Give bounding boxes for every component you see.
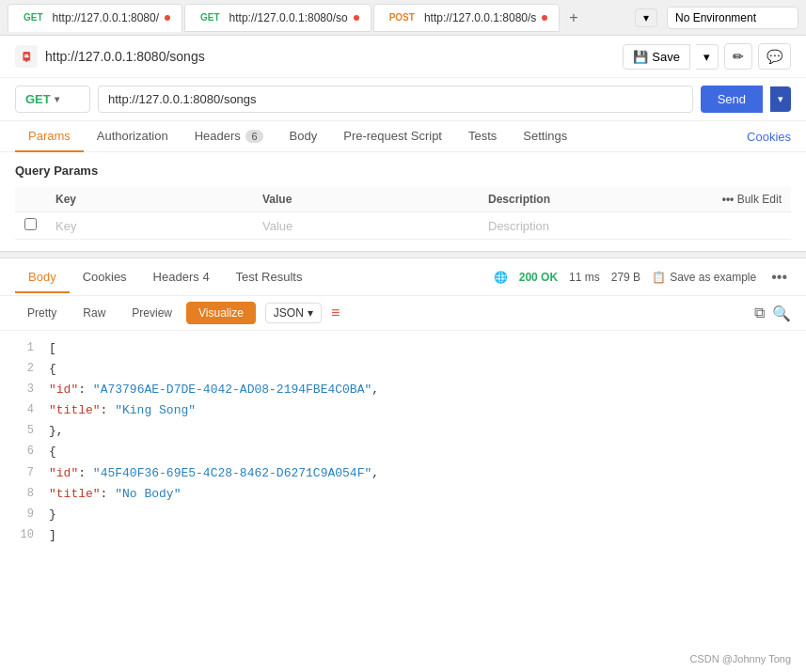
query-params-section: Query Params Key Value Description ••• B…	[0, 152, 806, 251]
copy-button[interactable]: ⧉	[754, 305, 765, 322]
response-status-bar: 🌐 200 OK 11 ms 279 B 📋 Save as example •…	[494, 269, 791, 286]
response-tab-cookies[interactable]: Cookies	[70, 262, 140, 293]
tab-body[interactable]: Body	[277, 121, 331, 152]
line-content: {	[49, 359, 791, 380]
key-placeholder: Key	[55, 219, 76, 233]
tabs-dropdown-button[interactable]: ▾	[635, 8, 657, 27]
url-input[interactable]	[98, 86, 693, 113]
response-size: 279 B	[611, 271, 640, 284]
line-content: ]	[49, 525, 791, 546]
tab-tests[interactable]: Tests	[455, 121, 510, 152]
edit-button[interactable]: ✏	[724, 43, 752, 70]
line-content: "title": "No Body"	[49, 484, 791, 505]
tab3-dot	[542, 15, 547, 21]
code-line: 9 }	[15, 505, 791, 525]
line-number: 10	[15, 525, 34, 546]
tab2-dot	[354, 15, 359, 21]
more-options-button[interactable]: •••	[767, 269, 791, 286]
response-time: 11 ms	[569, 271, 600, 284]
request-title-text: http://127.0.0.1:8080/songs	[45, 49, 205, 64]
tab1-method: GET	[20, 11, 47, 23]
view-tab-visualize[interactable]: Visualize	[186, 302, 256, 324]
send-button[interactable]: Send	[701, 86, 763, 113]
new-tab-button[interactable]: +	[561, 9, 585, 26]
line-number: 8	[15, 484, 34, 505]
response-tab-test-results[interactable]: Test Results	[223, 262, 316, 293]
query-params-title: Query Params	[15, 164, 791, 178]
desc-col-header: Description	[479, 187, 638, 212]
search-button[interactable]: 🔍	[772, 305, 791, 322]
tab-headers[interactable]: Headers 6	[182, 121, 277, 152]
checkbox-col-header	[15, 187, 46, 212]
response-tab-body[interactable]: Body	[15, 262, 70, 293]
desc-placeholder: Description	[488, 219, 549, 233]
request-icon: 📮	[15, 45, 38, 68]
line-content: }	[49, 505, 791, 525]
param-checkbox[interactable]	[24, 218, 37, 230]
url-actions: 💾 Save ▾ ✏ 💬	[623, 43, 791, 70]
save-button[interactable]: 💾 Save	[623, 44, 690, 70]
url-bar: 📮 http://127.0.0.1:8080/songs 💾 Save ▾ ✏…	[0, 36, 806, 78]
line-number: 4	[15, 400, 34, 421]
tab-pre-request-script[interactable]: Pre-request Script	[330, 121, 455, 152]
cookies-link[interactable]: Cookies	[747, 130, 791, 144]
response-header: Body Cookies Headers 4 Test Results 🌐 20…	[0, 258, 806, 296]
line-content: "title": "King Song"	[49, 400, 791, 421]
request-tabs: Params Authorization Headers 6 Body Pre-…	[0, 121, 806, 152]
response-tab-headers[interactable]: Headers 4	[140, 262, 223, 293]
tab3-method: POST	[386, 11, 419, 23]
bulk-edit-col-header: ••• Bulk Edit	[638, 187, 791, 212]
tab1-dot	[165, 15, 170, 21]
method-chevron-icon: ▾	[55, 94, 59, 104]
status-code: 200 OK	[519, 271, 558, 284]
tab-bar: GET http://127.0.0.1:8080/ GET http://12…	[0, 0, 806, 36]
tab2-url: http://127.0.0.1:8080/so	[229, 11, 348, 24]
view-tab-raw[interactable]: Raw	[71, 302, 118, 324]
line-number: 7	[15, 463, 34, 484]
value-placeholder: Value	[262, 219, 292, 233]
table-row: Key Value Description	[15, 212, 791, 240]
send-dropdown-button[interactable]: ▾	[770, 86, 791, 112]
line-number: 9	[15, 505, 34, 525]
line-content: [	[49, 338, 791, 359]
request-bar: GET ▾ Send ▾	[0, 78, 806, 121]
view-tab-pretty[interactable]: Pretty	[15, 302, 69, 324]
json-format-selector[interactable]: JSON ▾	[265, 303, 322, 323]
tab-1[interactable]: GET http://127.0.0.1:8080/	[8, 4, 182, 32]
comment-button[interactable]: 💬	[758, 43, 791, 70]
tab-authorization[interactable]: Authorization	[84, 121, 182, 152]
code-line: 6 {	[15, 442, 791, 462]
response-actions: ⧉ 🔍	[754, 305, 791, 322]
request-title: 📮 http://127.0.0.1:8080/songs	[15, 45, 615, 68]
save-as-example-button[interactable]: 📋 Save as example	[652, 271, 756, 284]
code-line: 3 "id": "A73796AE-D7DE-4042-AD08-2194FBE…	[15, 380, 791, 400]
line-content: {	[49, 442, 791, 462]
line-number: 1	[15, 338, 34, 359]
tab-settings[interactable]: Settings	[510, 121, 580, 152]
code-line: 10]	[15, 525, 791, 546]
watermark: CSDN @Johnny Tong	[689, 653, 791, 664]
bulk-edit-button[interactable]: Bulk Edit	[737, 193, 782, 206]
tab2-method: GET	[197, 11, 224, 23]
response-headers-badge: 4	[202, 270, 209, 284]
line-content: "id": "45F40F36-69E5-4C28-8462-D6271C9A0…	[49, 463, 791, 484]
line-number: 6	[15, 442, 34, 462]
key-col-header: Key	[46, 187, 253, 212]
line-content: "id": "A73796AE-D7DE-4042-AD08-2194FBE4C…	[49, 380, 791, 400]
environment-selector[interactable]: No Environment	[667, 7, 798, 29]
tab3-url: http://127.0.0.1:8080/s	[424, 11, 536, 24]
tab-2[interactable]: GET http://127.0.0.1:8080/so	[184, 4, 371, 32]
response-view-tabs: Pretty Raw Preview Visualize JSON ▾ ≡ ⧉ …	[0, 296, 806, 331]
line-number: 5	[15, 421, 34, 442]
method-selector[interactable]: GET ▾	[15, 86, 90, 113]
line-number: 2	[15, 359, 34, 380]
save-dropdown-button[interactable]: ▾	[696, 44, 719, 70]
globe-icon: 🌐	[494, 271, 508, 284]
filter-icon[interactable]: ≡	[331, 305, 340, 321]
response-code-block: 1[2 {3 "id": "A73796AE-D7DE-4042-AD08-21…	[0, 331, 806, 554]
tab-params[interactable]: Params	[15, 121, 84, 152]
view-tab-preview[interactable]: Preview	[119, 302, 184, 324]
json-chevron-icon: ▾	[308, 306, 313, 320]
tab-3[interactable]: POST http://127.0.0.1:8080/s	[373, 4, 561, 32]
method-label: GET	[25, 92, 51, 106]
